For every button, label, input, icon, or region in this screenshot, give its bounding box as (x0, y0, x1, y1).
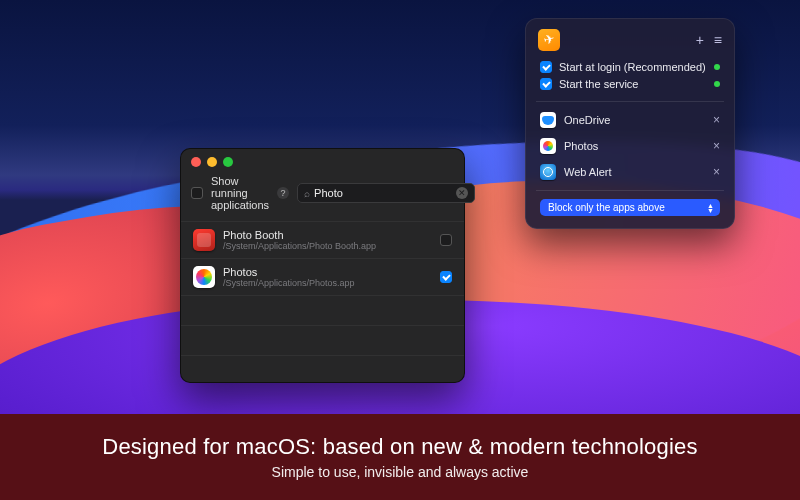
status-dot-icon (714, 64, 720, 70)
list-item[interactable]: Photo Booth /System/Applications/Photo B… (181, 221, 464, 258)
photo-booth-icon (193, 229, 215, 251)
app-name: Photos (223, 266, 355, 278)
app-list: Photo Booth /System/Applications/Photo B… (181, 221, 464, 382)
blocked-app-name: Photos (564, 140, 598, 152)
start-service-checkbox[interactable] (540, 78, 552, 90)
blocked-app-name: Web Alert (564, 166, 612, 178)
app-name: Photo Booth (223, 229, 376, 241)
app-path: /System/Applications/Photos.app (223, 278, 355, 288)
window-traffic-lights (181, 149, 464, 167)
menu-icon[interactable]: ≡ (714, 32, 722, 48)
clear-search-icon[interactable]: ✕ (456, 187, 468, 199)
list-item (181, 355, 464, 382)
blocked-app-row: Web Alert × (526, 159, 734, 185)
onedrive-icon (540, 112, 556, 128)
remove-app-icon[interactable]: × (713, 113, 720, 127)
photos-icon (193, 266, 215, 288)
start-at-login-label: Start at login (Recommended) (559, 61, 706, 73)
blocked-app-name: OneDrive (564, 114, 610, 126)
remove-app-icon[interactable]: × (713, 139, 720, 153)
minimize-icon[interactable] (207, 157, 217, 167)
remove-app-icon[interactable]: × (713, 165, 720, 179)
list-item (181, 295, 464, 325)
menu-popover: + ≡ Start at login (Recommended) Start t… (525, 18, 735, 229)
list-item (181, 325, 464, 355)
blocked-app-row: Photos × (526, 133, 734, 159)
maximize-icon[interactable] (223, 157, 233, 167)
search-field[interactable]: ⌕ ✕ (297, 183, 475, 203)
block-mode-select[interactable]: Block only the apps above ▲▼ (540, 199, 720, 216)
search-input[interactable] (314, 187, 452, 199)
photos-icon (540, 138, 556, 154)
add-icon[interactable]: + (696, 32, 704, 48)
show-running-label: Show running applications (211, 175, 269, 211)
chevron-up-down-icon: ▲▼ (707, 203, 714, 213)
list-item[interactable]: Photos /System/Applications/Photos.app (181, 258, 464, 295)
headline: Designed for macOS: based on new & moder… (102, 434, 697, 460)
close-icon[interactable] (191, 157, 201, 167)
app-chooser-window: Show running applications ? ⌕ ✕ Photo Bo… (180, 148, 465, 383)
show-running-checkbox[interactable] (191, 187, 203, 199)
search-icon: ⌕ (304, 188, 310, 199)
block-mode-label: Block only the apps above (548, 202, 665, 213)
app-path: /System/Applications/Photo Booth.app (223, 241, 376, 251)
blocked-app-row: OneDrive × (526, 107, 734, 133)
app-brand-icon (538, 29, 560, 51)
start-at-login-checkbox[interactable] (540, 61, 552, 73)
help-icon[interactable]: ? (277, 187, 289, 199)
web-alert-icon (540, 164, 556, 180)
status-dot-icon (714, 81, 720, 87)
marketing-caption: Designed for macOS: based on new & moder… (0, 414, 800, 500)
select-app-checkbox[interactable] (440, 271, 452, 283)
separator (536, 190, 724, 191)
select-app-checkbox[interactable] (440, 234, 452, 246)
separator (536, 101, 724, 102)
subline: Simple to use, invisible and always acti… (272, 464, 529, 480)
start-service-label: Start the service (559, 78, 638, 90)
